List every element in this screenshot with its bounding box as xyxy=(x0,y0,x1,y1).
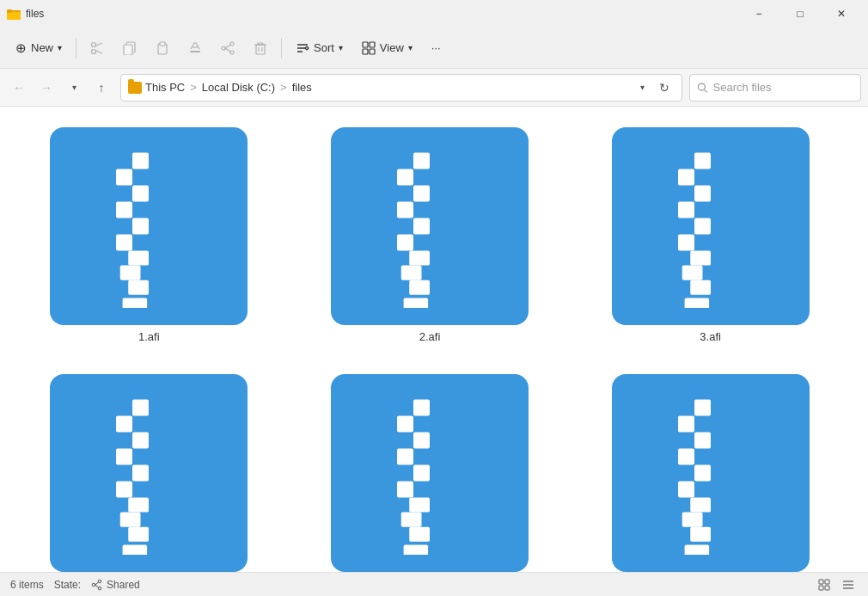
toolbar-separator-1 xyxy=(76,38,76,58)
svg-rect-8 xyxy=(124,45,132,55)
item-count: 6 items xyxy=(10,579,44,591)
shared-icon xyxy=(91,579,103,591)
paste-button[interactable] xyxy=(147,33,178,64)
paste-icon xyxy=(156,41,169,55)
title-bar-controls: − □ ✕ xyxy=(739,0,861,28)
svg-rect-91 xyxy=(694,400,711,416)
file-item-1[interactable]: 1.afi xyxy=(17,120,281,350)
file-item-5[interactable]: 5.afi xyxy=(298,367,562,572)
rename-icon xyxy=(188,41,202,55)
svg-rect-70 xyxy=(116,449,132,465)
sort-button[interactable]: Sort ▾ xyxy=(287,33,351,64)
svg-rect-58 xyxy=(678,202,694,218)
minimize-button[interactable]: − xyxy=(739,0,779,28)
svg-rect-35 xyxy=(132,218,149,235)
search-icon xyxy=(697,82,708,94)
svg-point-3 xyxy=(92,42,96,46)
svg-rect-45 xyxy=(413,186,430,202)
delete-button[interactable] xyxy=(245,33,276,64)
svg-rect-85 xyxy=(409,498,430,513)
svg-point-15 xyxy=(222,46,225,50)
svg-line-16 xyxy=(225,45,230,48)
zip-zipper-3 xyxy=(676,144,745,308)
cut-button[interactable] xyxy=(82,33,113,64)
address-dropdown-button[interactable]: ▾ xyxy=(633,79,651,96)
svg-rect-64 xyxy=(684,298,709,308)
toolbar-separator-2 xyxy=(281,38,282,58)
svg-rect-32 xyxy=(116,169,132,186)
file-item-2[interactable]: 2.afi xyxy=(298,120,562,350)
zip-zipper-2 xyxy=(395,144,464,308)
svg-rect-48 xyxy=(397,235,413,251)
new-button[interactable]: ⊕ New ▾ xyxy=(7,33,70,64)
svg-rect-25 xyxy=(363,42,368,47)
svg-rect-39 xyxy=(129,280,150,295)
back-button[interactable]: ← xyxy=(7,76,31,100)
svg-rect-37 xyxy=(129,251,150,266)
zip-zipper-4 xyxy=(114,391,183,555)
svg-rect-100 xyxy=(684,545,709,555)
list-view-icon xyxy=(842,579,854,591)
svg-rect-95 xyxy=(694,465,711,482)
svg-rect-88 xyxy=(404,545,429,555)
file-icon-2 xyxy=(331,127,529,325)
svg-rect-11 xyxy=(190,51,200,52)
view-icon xyxy=(362,41,376,55)
svg-rect-62 xyxy=(682,266,702,280)
recent-button[interactable]: ▾ xyxy=(62,76,86,100)
breadcrumb-sep-2: > xyxy=(280,81,287,94)
svg-rect-84 xyxy=(397,482,413,498)
file-item-4[interactable]: 4.afi xyxy=(17,367,281,572)
scissors-icon xyxy=(90,41,104,55)
search-input[interactable] xyxy=(713,81,853,94)
grid-view-button[interactable] xyxy=(815,575,834,594)
view-button[interactable]: View ▾ xyxy=(353,33,421,64)
file-item-3[interactable]: 3.afi xyxy=(578,120,842,350)
new-dropdown-icon: ▾ xyxy=(58,43,62,52)
nav-bar: ← → ▾ ↑ This PC > Local Disk (C:) > file… xyxy=(0,69,868,107)
svg-point-104 xyxy=(98,587,101,590)
copy-button[interactable] xyxy=(114,33,145,64)
svg-point-13 xyxy=(230,42,234,46)
address-bar[interactable]: This PC > Local Disk (C:) > files ▾ ↻ xyxy=(120,74,682,101)
svg-rect-79 xyxy=(413,400,430,416)
file-label-2: 2.afi xyxy=(419,330,441,343)
search-box[interactable] xyxy=(689,74,861,101)
svg-rect-98 xyxy=(682,513,702,527)
toolbar: ⊕ New ▾ xyxy=(0,28,868,69)
status-left: 6 items State: Shared xyxy=(10,579,140,591)
svg-rect-38 xyxy=(120,266,141,280)
svg-rect-67 xyxy=(132,400,149,416)
svg-point-14 xyxy=(230,51,234,54)
svg-rect-46 xyxy=(397,202,413,218)
svg-point-105 xyxy=(92,583,95,587)
status-right xyxy=(815,575,858,594)
svg-rect-51 xyxy=(409,280,430,295)
svg-rect-34 xyxy=(116,202,132,218)
up-button[interactable]: ↑ xyxy=(89,76,113,100)
local-disk: Local Disk (C:) xyxy=(202,81,275,94)
file-item-6[interactable]: 6.afi xyxy=(578,367,842,572)
share-button[interactable] xyxy=(212,33,243,64)
maximize-button[interactable]: □ xyxy=(780,0,820,28)
new-label: New xyxy=(31,41,53,54)
forward-button[interactable]: → xyxy=(34,76,58,100)
svg-line-5 xyxy=(95,43,102,46)
view-label: View xyxy=(380,41,404,54)
refresh-button[interactable]: ↻ xyxy=(654,77,675,98)
svg-rect-87 xyxy=(409,527,430,542)
svg-rect-108 xyxy=(819,580,823,584)
new-icon: ⊕ xyxy=(15,40,27,56)
close-button[interactable]: ✕ xyxy=(822,0,861,28)
share-icon xyxy=(221,41,235,55)
svg-rect-93 xyxy=(694,433,711,449)
svg-rect-49 xyxy=(409,251,430,266)
file-label-1: 1.afi xyxy=(138,330,160,343)
rename-button[interactable] xyxy=(180,33,211,64)
svg-rect-47 xyxy=(413,218,430,235)
zip-zipper-1 xyxy=(114,144,183,308)
svg-rect-55 xyxy=(694,153,711,169)
file-icon-6 xyxy=(612,374,810,572)
more-button[interactable]: ··· xyxy=(423,33,449,64)
list-view-button[interactable] xyxy=(839,575,858,594)
